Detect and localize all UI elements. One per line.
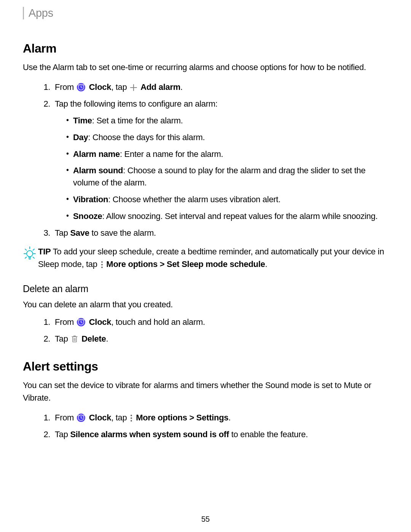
svg-point-13 [131, 420, 132, 422]
more-options-label: More options [136, 413, 187, 422]
delete-intro: You can delete an alarm that you created… [23, 298, 388, 311]
delete-step-1: From Clock, touch and hold an alarm. [53, 316, 388, 328]
heading-alarm: Alarm [23, 42, 388, 56]
trash-icon [71, 335, 78, 343]
alarm-step-2: Tap the following items to configure an … [53, 98, 388, 222]
silence-alarms-label: Silence alarms when system sound is off [70, 430, 229, 439]
gt: > [158, 259, 167, 269]
clock-label: Clock [89, 82, 111, 92]
more-options-label: More options [106, 259, 158, 269]
text-tap: Tap [55, 228, 70, 238]
clock-label: Clock [89, 413, 111, 422]
alarm-step-1: From Clock, tap Add alarm. [53, 81, 388, 93]
page-number: 55 [0, 515, 411, 524]
step2-lead: Tap the following items to configure an … [55, 99, 218, 109]
settings-label: Settings [196, 413, 228, 422]
config-alarm-sound: Alarm sound: Choose a sound to play for … [66, 165, 388, 189]
text-from: From [55, 317, 74, 327]
period: . [180, 82, 183, 92]
alarm-intro: Use the Alarm tab to set one-time or rec… [23, 61, 388, 73]
page-container: Apps Alarm Use the Alarm tab to set one-… [0, 0, 411, 532]
config-snooze: Snooze: Allow snoozing. Set interval and… [66, 210, 388, 222]
heading-delete-alarm: Delete an alarm [23, 283, 388, 294]
config-desc: : Choose the days for this alarm. [88, 133, 205, 142]
config-label: Time [73, 116, 92, 125]
heading-alert-settings: Alert settings [23, 359, 388, 374]
alert-step-1: From Clock, tap More options > Settings. [53, 412, 388, 424]
lightbulb-icon [23, 245, 37, 261]
gt: > [187, 413, 196, 422]
svg-point-5 [101, 267, 103, 268]
text-rest: , touch and hold an alarm. [111, 317, 205, 327]
plus-icon [130, 84, 137, 91]
save-label: Save [70, 228, 89, 238]
text-rest: to enable the feature. [229, 430, 308, 439]
tip-callout: TIP To add your sleep schedule, create a… [23, 245, 388, 270]
text-rest: to save the alarm. [89, 228, 156, 238]
clock-icon [76, 318, 86, 327]
alert-step-2: Tap Silence alarms when system sound is … [53, 428, 388, 441]
clock-icon [76, 83, 86, 92]
period: . [228, 413, 231, 422]
clock-label: Clock [89, 317, 111, 327]
text-tap: , tap [111, 413, 127, 422]
text-tap: , tap [111, 82, 127, 92]
config-label: Alarm name [73, 149, 120, 159]
more-options-icon [130, 414, 133, 422]
clock-icon [76, 413, 86, 422]
config-desc: : Choose whether the alarm uses vibratio… [108, 195, 280, 204]
alarm-step-3: Tap Save to save the alarm. [53, 227, 388, 239]
config-desc: : Allow snoozing. Set interval and repea… [102, 211, 378, 221]
breadcrumb: Apps [23, 7, 388, 19]
text-from: From [55, 413, 74, 422]
period: . [106, 334, 108, 343]
config-alarm-name: Alarm name: Enter a name for the alarm. [66, 148, 388, 160]
config-desc: : Set a time for the alarm. [92, 116, 183, 125]
period: . [265, 259, 267, 269]
config-day: Day: Choose the days for this alarm. [66, 131, 388, 144]
config-time: Time: Set a time for the alarm. [66, 115, 388, 127]
text-tap: Tap [55, 334, 70, 343]
set-sleep-schedule-label: Set Sleep mode schedule [167, 259, 265, 269]
svg-point-2 [27, 251, 33, 257]
delete-step-2: Tap Delete. [53, 333, 388, 345]
text-tap: Tap [55, 430, 70, 439]
config-label: Day [73, 133, 88, 142]
svg-point-4 [101, 264, 103, 265]
config-vibration: Vibration: Choose whether the alarm uses… [66, 193, 388, 206]
config-label: Alarm sound [73, 166, 123, 175]
svg-rect-8 [73, 337, 76, 342]
more-options-icon [100, 261, 104, 268]
svg-point-3 [101, 261, 103, 263]
tip-label: TIP [38, 247, 51, 256]
alarm-config-list: Time: Set a time for the alarm. Day: Cho… [55, 115, 388, 222]
alert-steps: From Clock, tap More options > Settings.… [23, 412, 388, 441]
delete-label: Delete [81, 334, 106, 343]
svg-point-12 [131, 417, 132, 419]
add-alarm-label: Add alarm [140, 82, 180, 92]
text-from: From [55, 82, 74, 92]
alarm-steps: From Clock, tap Add alarm. Tap the follo… [23, 81, 388, 239]
config-label: Snooze [73, 211, 102, 221]
alert-intro: You can set the device to vibrate for al… [23, 379, 388, 404]
config-desc: : Enter a name for the alarm. [120, 149, 223, 159]
delete-steps: From Clock, touch and hold an alarm. Tap… [23, 316, 388, 345]
tip-text: TIP To add your sleep schedule, create a… [38, 245, 388, 270]
svg-point-11 [131, 415, 132, 416]
config-label: Vibration [73, 195, 108, 204]
